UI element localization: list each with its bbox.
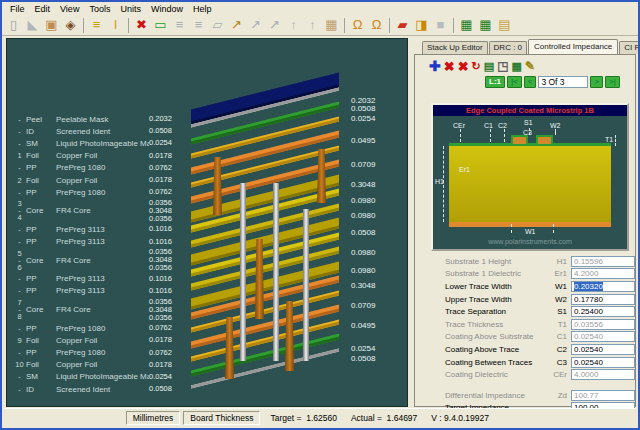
dim-label-w2: W2	[550, 122, 561, 129]
layer-row[interactable]: 10FoilCopper Foil0.0178	[13, 359, 187, 371]
frame-view-icon[interactable]: ◳	[497, 59, 508, 73]
pressed-thickness-value: 0.0508	[351, 354, 375, 363]
layer-row[interactable]: -SMLiquid PhotoImageable Mask0.0254	[13, 137, 187, 149]
layer-number: -	[13, 349, 26, 356]
layer-row[interactable]: -PPPrePreg 31130.1016	[13, 273, 187, 285]
field-C2[interactable]: 0.02540	[571, 344, 635, 355]
next-structure-button[interactable]: >	[590, 76, 603, 88]
menu-units[interactable]: Units	[115, 4, 146, 14]
field-C3[interactable]: 0.02540	[571, 357, 635, 368]
cube-view-icon[interactable]: ◨	[412, 16, 431, 34]
material-library-icon[interactable]: ▣	[42, 16, 61, 34]
last-structure-button[interactable]: >|	[605, 76, 620, 88]
shift-stack-down-icon[interactable]: ↑	[303, 16, 322, 34]
trace-left-graphic	[511, 135, 528, 144]
add-layer-icon[interactable]: ≡	[87, 16, 106, 34]
layer-row[interactable]: -PPPrePreg 10800.0762	[13, 346, 187, 358]
layer-row[interactable]: 3 - 4CoreFR4 Core0.0356 0.3048 0.0356	[13, 198, 187, 223]
menu-help[interactable]: Help	[188, 4, 217, 14]
delete-layer-icon[interactable]: ✖	[132, 16, 151, 34]
layer-type: Foil	[26, 360, 56, 369]
tab-drc-0[interactable]: DRC : 0	[489, 41, 527, 54]
add-drill-icon[interactable]: Ι	[106, 16, 125, 34]
field-value: 0.03556	[574, 320, 603, 329]
layer-row[interactable]: -SMLiquid PhotoImageable Mask0.0254	[13, 371, 187, 383]
layer-name: PrePreg 3113	[56, 274, 149, 283]
layer-row[interactable]: -PPPrePreg 31130.1016	[13, 285, 187, 297]
move-layer-up-icon[interactable]: ↗	[246, 16, 265, 34]
stackup-thumbnail-icon[interactable]: ▤	[484, 60, 494, 73]
ghost-cube-icon[interactable]: ■	[431, 16, 450, 34]
layer-thickness: 0.0508	[149, 127, 185, 135]
menu-view[interactable]: View	[55, 4, 84, 14]
layer-row[interactable]: 1FoilCopper Foil0.0178	[13, 150, 187, 162]
dimension-line	[553, 224, 554, 233]
menu-tools[interactable]: Tools	[84, 4, 115, 14]
recalculate-icon[interactable]: ↻	[472, 60, 481, 73]
copper-via-graphic	[255, 239, 264, 319]
menu-window[interactable]: Window	[146, 4, 188, 14]
copy-layer-icon[interactable]: ▭	[151, 16, 170, 34]
layer-type: PP	[26, 225, 56, 234]
layer-row[interactable]: -PPPrePreg 10800.0762	[13, 322, 187, 334]
move-layer-down-icon[interactable]: ↗	[265, 16, 284, 34]
flat-view-icon[interactable]: ▰	[393, 16, 412, 34]
stackup-view-panel[interactable]: -PeelPeelable Mask0.2032-IDScreened Iden…	[6, 38, 408, 407]
swap-layers-icon[interactable]: ↗	[227, 16, 246, 34]
tab-stack-up-editor[interactable]: Stack Up Editor	[422, 41, 488, 54]
assign-material-icon[interactable]: ▦	[322, 16, 341, 34]
add-structure-icon[interactable]: ✚	[429, 58, 441, 74]
prev-structure-button[interactable]: <	[524, 76, 537, 88]
form-row: Coating Above TraceC20.02540	[415, 343, 635, 356]
field-value: 4.2000	[574, 269, 598, 278]
layer-number: 9	[13, 337, 26, 344]
edit-structure-icon[interactable]: ✎	[525, 59, 535, 73]
delete-structure-icon[interactable]: ✖	[444, 59, 455, 74]
tab-ci-results[interactable]: CI Results	[619, 41, 640, 54]
layer-thickness: 0.0762	[149, 349, 185, 357]
shift-stack-up-icon[interactable]: ↑	[284, 16, 303, 34]
menu-file[interactable]: File	[5, 4, 30, 14]
field-S1[interactable]: 0.25400	[571, 306, 635, 317]
form-row: Trace ThicknessT10.03556	[415, 318, 635, 331]
layer-name: Liquid PhotoImageable Mask	[56, 372, 149, 381]
new-stack-icon[interactable]: ▯	[4, 16, 23, 34]
menu-edit[interactable]: Edit	[30, 4, 56, 14]
layer-row[interactable]: 2FoilCopper Foil0.0178	[13, 174, 187, 186]
structure-thumbnail-icon[interactable]: ▦	[512, 60, 522, 73]
layer-row[interactable]: -IDScreened Ident0.0508	[13, 383, 187, 395]
drill-pair-icon[interactable]: Ω	[348, 16, 367, 34]
dimension-line	[615, 135, 616, 146]
layer-row[interactable]: 7 - 8CoreFR4 Core0.0356 0.3048 0.0356	[13, 297, 187, 322]
layer-type: PP	[26, 286, 56, 295]
field-W2[interactable]: 0.17780	[571, 294, 635, 305]
first-structure-button[interactable]: |<	[507, 76, 522, 88]
spreadsheet-report-icon[interactable]: ▤	[495, 16, 514, 34]
layer-row[interactable]: 9FoilCopper Foil0.0178	[13, 334, 187, 346]
stack-wizard-icon[interactable]: ◣	[23, 16, 42, 34]
tab-controlled-impedance[interactable]: Controlled Impedance	[528, 39, 618, 54]
dimension-line	[511, 224, 512, 233]
paste-layer-icon[interactable]: ≡	[170, 16, 189, 34]
board-report-icon[interactable]: ▦	[457, 16, 476, 34]
layer-thickness: 0.1016	[149, 275, 185, 283]
insert-layer-below-icon[interactable]: ▱	[208, 16, 227, 34]
layer-thickness: 0.0178	[149, 361, 185, 369]
layer-indicator-button[interactable]: L:1	[485, 76, 505, 88]
board-report-alt-icon[interactable]: ▦	[476, 16, 495, 34]
layer-row[interactable]: -IDScreened Ident0.0508	[13, 125, 187, 137]
status-bar: Millimetres Board Thickness Target = 1.6…	[4, 408, 636, 426]
mirror-stack-icon[interactable]: ◈	[61, 16, 80, 34]
layer-row[interactable]: -PPPrePreg 31130.1016	[13, 223, 187, 235]
form-row: Upper Trace WidthW20.17780	[415, 293, 635, 306]
drill-pair-alt-icon[interactable]: Ω	[367, 16, 386, 34]
field-W1[interactable]: 0.20320	[571, 281, 635, 292]
layer-row[interactable]: 5 - 6CoreFR4 Core0.0356 0.3048 0.0356	[13, 248, 187, 273]
layer-row[interactable]: -PPPrePreg 10800.0762	[13, 186, 187, 198]
layer-row[interactable]: -PeelPeelable Mask0.2032	[13, 113, 187, 125]
structure-position-field[interactable]	[538, 76, 588, 88]
layer-row[interactable]: -PPPrePreg 10800.0762	[13, 162, 187, 174]
delete-all-structures-icon[interactable]: ✖	[458, 59, 469, 74]
layer-row[interactable]: -PPPrePreg 31130.1016	[13, 236, 187, 248]
insert-layer-above-icon[interactable]: ≡	[189, 16, 208, 34]
